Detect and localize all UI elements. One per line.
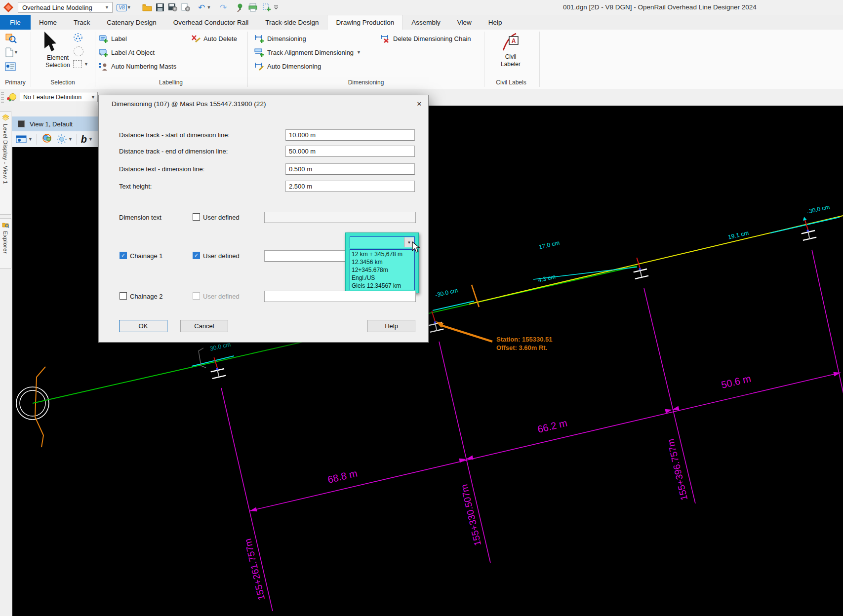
save-icon — [156, 3, 164, 12]
civil-labeler-text1: Civil — [500, 53, 522, 61]
label-at-object-button[interactable]: Label At Object — [99, 46, 155, 58]
help-button-label: Help — [385, 322, 398, 330]
printer-icon — [248, 3, 258, 12]
distance-text-value: 0.500 m — [289, 165, 312, 173]
sun-icon — [57, 134, 67, 144]
element-selection-button[interactable] — [42, 32, 59, 54]
distance-start-value: 10.000 m — [289, 131, 316, 139]
tab-drawing-production[interactable]: Drawing Production — [327, 15, 403, 30]
chainage2-input[interactable] — [264, 291, 416, 302]
pin-button[interactable] — [233, 2, 245, 13]
delete-dimensioning-chain-button[interactable]: Delete Dimensioning Chain — [380, 33, 471, 44]
tab-home[interactable]: Home — [31, 15, 65, 30]
chevron-down-icon: ▼ — [84, 62, 88, 67]
chainage1-checkbox[interactable]: ✓ — [120, 252, 127, 259]
label-at-object-text: Label At Object — [111, 49, 155, 56]
format-option[interactable]: 12 km + 345,678 m — [352, 250, 414, 258]
chainage1-user-defined-checkbox[interactable]: ✓ — [193, 252, 200, 259]
civil-labeler-button[interactable]: A Civil Labeler — [500, 32, 522, 68]
view-window-icon — [18, 120, 25, 127]
brightness-button[interactable]: ▼ — [57, 134, 73, 144]
bing-icon: b — [81, 134, 87, 145]
user-defined-label-disabled: User defined — [203, 293, 240, 300]
help-button[interactable]: Help — [367, 320, 415, 332]
chevron-down-icon: ▼ — [91, 95, 95, 100]
track-alignment-dimensioning-button[interactable]: Track Alignment Dimensioning ▼ — [254, 46, 361, 58]
dimension-text-user-defined-checkbox[interactable] — [193, 213, 200, 221]
qat-customize-button[interactable] — [273, 2, 280, 13]
tab-view[interactable]: View — [449, 15, 480, 30]
cancel-button[interactable]: Cancel — [180, 320, 228, 332]
folder-icon — [142, 3, 152, 11]
field-label: Distance track - start of dimension line… — [119, 131, 230, 139]
selection-circle-button[interactable] — [74, 46, 83, 56]
feature-definition-selector[interactable]: No Feature Definition ▼ — [20, 92, 98, 102]
bing-maps-button[interactable]: b ▼ — [81, 134, 93, 145]
display-style-button[interactable] — [41, 133, 53, 145]
label-button-text: Label — [111, 35, 127, 42]
open-file-button[interactable] — [141, 2, 153, 13]
print-organizer-button[interactable] — [261, 2, 273, 13]
tab-assembly[interactable]: Assembly — [403, 15, 449, 30]
chainage2-user-defined-checkbox[interactable] — [193, 292, 200, 300]
format-option[interactable]: 12.3456 km — [352, 258, 414, 266]
dimension-text-input[interactable] — [264, 212, 416, 223]
auto-dimensioning-button[interactable]: Auto Dimensioning — [254, 60, 321, 72]
chevron-down-icon: ▼ — [357, 50, 361, 55]
redo-icon: ↷ — [220, 2, 227, 13]
application-window: Overhead Line Modeling ▼ V8 ▼ — [0, 0, 843, 616]
civil-labeler-text2: Labeler — [500, 61, 522, 68]
chainage-format-popup: ▼ 12 km + 345,678 m 12.3456 km 12+345.67… — [345, 232, 419, 293]
chainage-format-list[interactable]: 12 km + 345,678 m 12.3456 km 12+345.678m… — [350, 249, 415, 290]
chainage2-checkbox[interactable] — [120, 292, 127, 300]
user-defined-label: User defined — [203, 252, 240, 260]
print-button[interactable] — [247, 2, 259, 13]
left-dock: Level Display - View 1 Explorer — [0, 106, 12, 616]
tab-file[interactable]: File — [0, 15, 31, 30]
toolbar-grip[interactable] — [1, 92, 4, 103]
close-icon[interactable]: ✕ — [413, 98, 426, 109]
search-elements-button[interactable] — [5, 33, 17, 45]
tab-overhead-conductor-rail[interactable]: Overhead Conductor Rail — [165, 15, 257, 30]
format-option[interactable]: 12+345.678m — [352, 266, 414, 274]
auto-numbering-masts-button[interactable]: Auto Numbering Masts — [99, 60, 176, 72]
save-button[interactable] — [154, 2, 166, 13]
distance-end-input[interactable]: 50.000 m — [285, 146, 415, 157]
format-option[interactable]: Engl./US — [352, 274, 414, 282]
distance-start-input[interactable]: 10.000 m — [285, 129, 415, 141]
tab-help[interactable]: Help — [480, 15, 511, 30]
info-card-icon — [5, 62, 16, 71]
redo-button[interactable]: ↷ — [217, 2, 229, 13]
dimensioning-icon — [254, 35, 264, 43]
dock-tab-level-display[interactable]: Level Display - View 1 — [0, 111, 11, 215]
save-settings-button[interactable] — [167, 2, 179, 13]
label-button[interactable]: Label — [99, 33, 127, 44]
fence-circle-dots-button[interactable] — [73, 33, 83, 44]
svg-text:A: A — [512, 38, 516, 44]
fence-rectangle-button[interactable]: ▼ — [73, 60, 88, 68]
tab-track-side-design[interactable]: Track-side Design — [257, 15, 327, 30]
import-settings-button[interactable] — [180, 2, 192, 13]
dock-tab-label: Level Display - View 1 — [2, 124, 8, 184]
station-callout-line1: Station: 155330.51 — [496, 336, 552, 343]
cancel-button-label: Cancel — [194, 322, 214, 330]
label-icon — [99, 35, 108, 43]
v8-snaps-button[interactable]: V8 ▼ — [117, 2, 131, 13]
auto-delete-button[interactable]: Auto Delete — [191, 33, 237, 44]
dimensioning-button[interactable]: Dimensioning — [254, 33, 306, 44]
new-file-button[interactable]: ▼ — [5, 47, 18, 57]
dock-tab-explorer[interactable]: Explorer — [0, 218, 11, 269]
ok-button-label: OK — [139, 322, 148, 330]
distance-text-input[interactable]: 0.500 m — [285, 163, 415, 175]
ok-button[interactable]: OK — [119, 320, 167, 332]
element-information-button[interactable] — [5, 62, 16, 73]
text-height-input[interactable]: 2.500 m — [285, 181, 415, 192]
tab-catenary-design[interactable]: Catenary Design — [98, 15, 165, 30]
undo-dropdown[interactable]: ▼ — [205, 2, 212, 13]
view-attributes-button[interactable]: ▼ — [16, 135, 33, 144]
format-option[interactable]: Gleis 12.34567 km — [352, 282, 414, 290]
tab-track[interactable]: Track — [65, 15, 98, 30]
workflow-selector[interactable]: Overhead Line Modeling ▼ — [18, 2, 113, 13]
chainage-format-combo[interactable]: ▼ — [350, 236, 415, 248]
delete-dimensioning-chain-icon — [380, 35, 390, 43]
